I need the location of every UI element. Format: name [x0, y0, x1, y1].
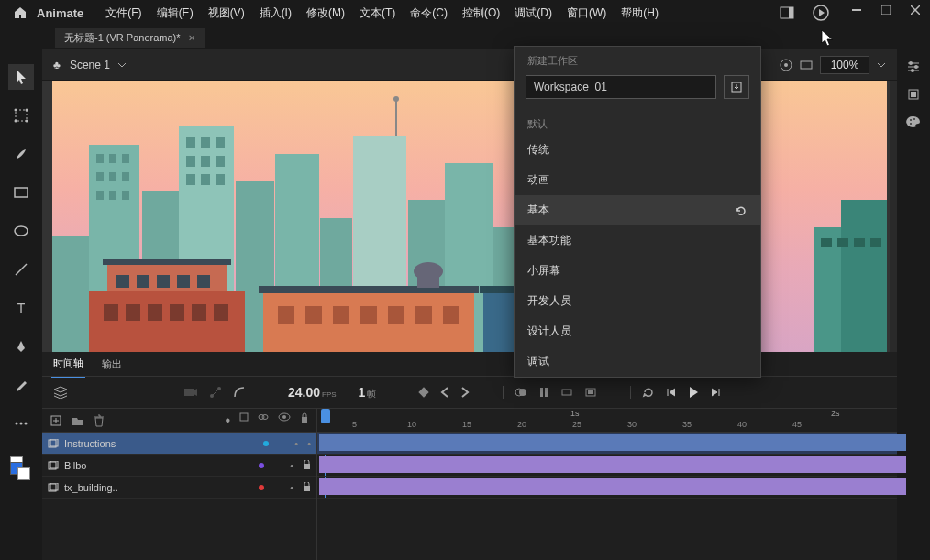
oval-tool[interactable] [8, 218, 34, 244]
menu-item[interactable]: 窗口(W) [559, 2, 614, 25]
layer-row[interactable]: Instructions•• [42, 433, 316, 455]
keyframe-icon[interactable] [418, 387, 429, 398]
dot-icon[interactable]: • [225, 412, 230, 429]
menu-item[interactable]: 帮助(H) [614, 2, 666, 25]
workspace-item[interactable]: 设计人员 [515, 316, 760, 346]
selection-tool[interactable] [8, 64, 34, 90]
layer-color-dot[interactable] [259, 463, 264, 468]
tab-timeline[interactable]: 时间轴 [51, 351, 85, 378]
svg-rect-56 [116, 275, 129, 288]
stage[interactable] [52, 81, 887, 352]
palette-icon[interactable] [906, 115, 921, 128]
trash-icon[interactable] [94, 414, 105, 427]
marker3-icon[interactable] [584, 387, 597, 398]
workspace-item[interactable]: 基本 [515, 195, 760, 225]
save-workspace-button[interactable] [724, 75, 749, 99]
stage-scrollbar[interactable] [890, 81, 897, 352]
target-icon[interactable] [780, 59, 792, 71]
workspace-item[interactable]: 动画 [515, 165, 760, 195]
adjust-icon[interactable] [906, 60, 921, 73]
close-button[interactable] [901, 0, 930, 20]
play-button[interactable] [688, 386, 699, 399]
workspace-name-input[interactable] [526, 75, 716, 99]
layer-vis-dot[interactable]: • [290, 460, 293, 471]
rectangle-tool[interactable] [8, 180, 34, 205]
menu-item[interactable]: 文件(F) [98, 2, 149, 25]
zoom-input[interactable]: 100% [820, 56, 869, 74]
marker2-icon[interactable] [560, 386, 573, 399]
svg-rect-69 [278, 306, 294, 324]
library-icon[interactable] [907, 88, 920, 101]
text-tool[interactable]: T [8, 295, 34, 321]
first-frame-icon[interactable] [666, 387, 677, 398]
next-kf-icon[interactable] [460, 387, 470, 398]
workspace-item[interactable]: 开发人员 [515, 286, 760, 316]
lock-icon[interactable] [303, 482, 311, 492]
menu-item[interactable]: 调试(D) [507, 2, 559, 25]
layer-lock-dot[interactable]: • [307, 438, 311, 449]
scene-selector[interactable]: Scene 1 [70, 59, 127, 71]
document-tab[interactable]: 无标题-1 (VR Panorama)* ✕ [55, 28, 205, 48]
reset-icon[interactable] [735, 205, 747, 216]
pen-tool[interactable] [8, 334, 34, 359]
free-transform-tool[interactable] [8, 103, 34, 128]
layer-color-dot[interactable] [263, 441, 269, 446]
workspace-item[interactable]: 小屏幕 [515, 256, 760, 286]
svg-point-101 [262, 414, 268, 419]
lock-icon[interactable] [300, 412, 309, 429]
link-icon[interactable] [258, 412, 269, 429]
graph-icon[interactable] [209, 386, 222, 399]
menu-item[interactable]: 插入(I) [252, 2, 299, 25]
layer-row[interactable]: tx_building..• [42, 477, 316, 499]
line-tool[interactable] [8, 257, 34, 282]
club-icon[interactable]: ♣ [53, 59, 61, 71]
paint-brush-tool[interactable] [8, 372, 34, 398]
layers-icon[interactable] [53, 386, 68, 399]
workspace-item[interactable]: 基本功能 [515, 225, 760, 256]
outline-icon[interactable] [239, 412, 249, 429]
layer-color-dot[interactable] [259, 485, 264, 490]
eye-icon[interactable] [278, 412, 291, 429]
layer-vis-dot[interactable]: • [290, 482, 293, 493]
camera-icon[interactable] [183, 387, 198, 398]
folder-icon[interactable] [72, 415, 84, 426]
brush-tool[interactable] [8, 141, 34, 167]
play-icon[interactable] [813, 5, 829, 21]
menu-item[interactable]: 修改(M) [299, 2, 352, 25]
ease-icon[interactable] [233, 386, 246, 399]
close-icon[interactable]: ✕ [188, 33, 195, 43]
svg-rect-95 [588, 390, 593, 394]
loop-icon[interactable] [642, 386, 655, 399]
home-icon[interactable] [11, 4, 29, 22]
add-layer-icon[interactable] [50, 414, 62, 427]
menu-item[interactable]: 命令(C) [403, 2, 455, 25]
frame-rows[interactable] [317, 433, 897, 499]
svg-rect-65 [192, 304, 206, 321]
marker1-icon[interactable] [538, 386, 549, 399]
svg-rect-36 [109, 154, 116, 163]
menu-item[interactable]: 编辑(E) [149, 2, 201, 25]
chevron-down-icon[interactable] [877, 62, 886, 68]
frames-column[interactable]: 1s 2s 51015202530354045 [317, 409, 897, 560]
prev-kf-icon[interactable] [440, 387, 449, 398]
minimize-button[interactable] [842, 0, 871, 20]
more-tools[interactable] [8, 411, 34, 436]
color-swatches[interactable] [10, 456, 32, 478]
frame-display[interactable]: 1帧 [359, 385, 377, 401]
workspace-item[interactable]: 传统 [515, 135, 760, 165]
fps-display[interactable]: 24.00FPS [288, 385, 337, 400]
menu-item[interactable]: 视图(V) [201, 2, 252, 25]
menu-item[interactable]: 文本(T) [352, 2, 403, 25]
lock-icon[interactable] [303, 460, 311, 470]
last-frame-icon[interactable] [710, 387, 721, 398]
layout-icon[interactable] [780, 6, 794, 19]
menu-item[interactable]: 控制(O) [455, 2, 507, 25]
tab-output[interactable]: 输出 [100, 352, 124, 377]
onion-icon[interactable] [515, 386, 527, 399]
timeline-ruler[interactable]: 1s 2s 51015202530354045 [317, 409, 897, 433]
maximize-button[interactable] [871, 0, 901, 20]
layer-row[interactable]: Bilbo• [42, 455, 316, 477]
fit-icon[interactable] [800, 59, 813, 71]
layer-vis-dot[interactable]: • [294, 438, 298, 449]
workspace-item[interactable]: 调试 [515, 346, 760, 377]
